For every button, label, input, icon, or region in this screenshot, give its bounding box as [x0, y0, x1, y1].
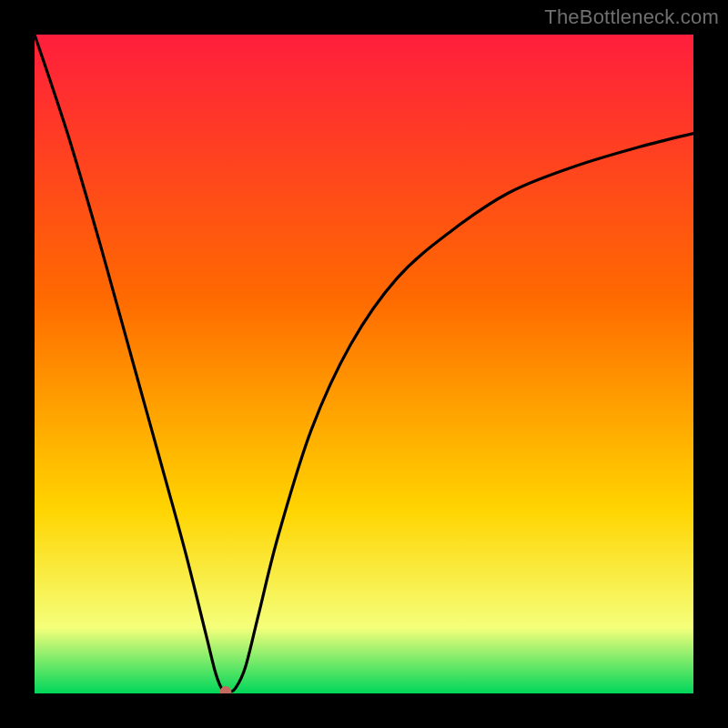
chart-frame: TheBottleneck.com [0, 0, 728, 728]
watermark-text: TheBottleneck.com [544, 5, 719, 29]
plot-svg [35, 35, 693, 693]
plot-area [35, 35, 693, 693]
